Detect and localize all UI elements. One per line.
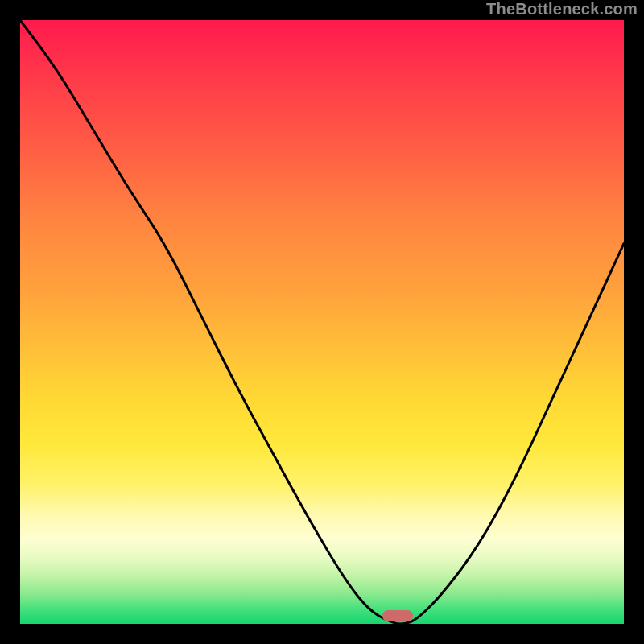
watermark-text: TheBottleneck.com <box>486 0 638 19</box>
optimum-marker <box>382 610 413 621</box>
chart-frame: TheBottleneck.com <box>0 0 644 644</box>
bottleneck-curve <box>20 20 624 624</box>
plot-area <box>20 20 624 624</box>
